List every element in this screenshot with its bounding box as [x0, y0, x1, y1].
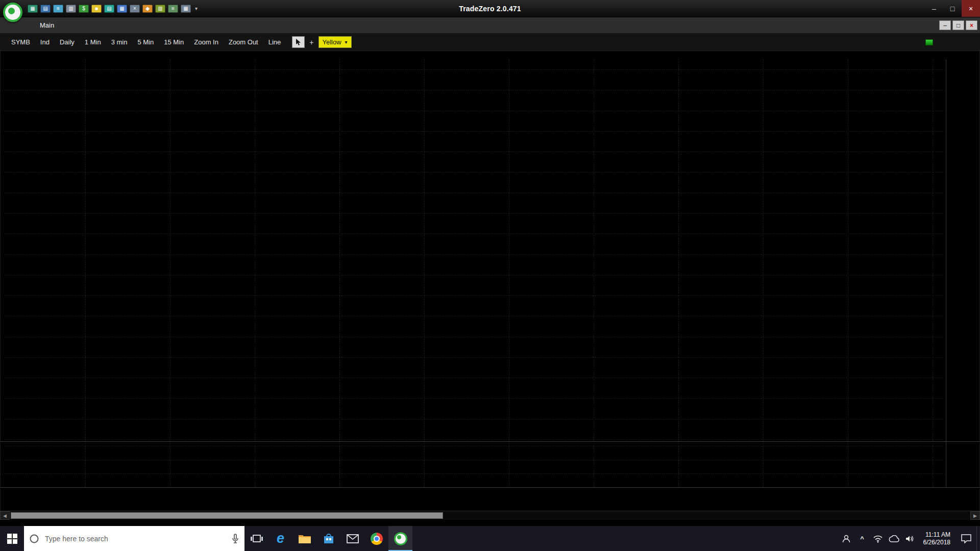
mdi-bar: Main – □ × [0, 17, 980, 34]
close-button[interactable]: × [962, 0, 980, 17]
color-selector-dropdown[interactable]: Yellow ▾ [318, 36, 352, 48]
taskbar-app-file-explorer[interactable] [292, 526, 316, 551]
toolbar-item-15min[interactable]: 15 Min [159, 38, 189, 46]
mdi-minimize-button[interactable]: – [939, 20, 951, 30]
app-title: TradeZero 2.0.471 [459, 5, 521, 13]
edge-icon: e [277, 532, 284, 545]
task-view-button[interactable] [244, 526, 268, 551]
titlebar-icon-chart[interactable]: ▤ [40, 5, 51, 13]
toolbar-item-zoom-out[interactable]: Zoom Out [224, 38, 263, 46]
taskbar-app-tradezero[interactable] [388, 526, 412, 551]
toolbar-item-daily[interactable]: Daily [55, 38, 80, 46]
speaker-icon [905, 535, 914, 543]
color-selector-label: Yellow [323, 38, 341, 46]
titlebar-icon-news[interactable]: ■ [91, 5, 102, 13]
tradezero-logo [3, 3, 22, 22]
clock-date: 6/26/2018 [923, 539, 950, 546]
chart-status-marker [925, 39, 933, 45]
mdi-close-button[interactable]: × [966, 20, 977, 30]
system-tray: ^ 11:11 AM 6/26/2018 [839, 526, 980, 551]
desktop-screen: ▦▤≡▥$■▤▦×◆▥≡▦ ▾ TradeZero 2.0.471 – □ × … [0, 0, 980, 551]
cortana-icon [29, 534, 39, 544]
hidden-icons-chevron[interactable]: ^ [854, 526, 870, 551]
wifi-icon [873, 535, 883, 543]
show-desktop-button[interactable] [976, 526, 980, 551]
tradezero-taskbar-icon [394, 532, 407, 545]
toolbar-item-1min[interactable]: 1 Min [80, 38, 106, 46]
action-center-button[interactable] [956, 526, 976, 551]
chevron-down-icon: ▾ [345, 39, 348, 45]
onedrive-button[interactable] [886, 526, 902, 551]
network-button[interactable] [870, 526, 886, 551]
cursor-tool-button[interactable] [292, 36, 305, 48]
store-icon [323, 533, 335, 545]
mdi-tab-main[interactable]: Main [40, 21, 54, 29]
microphone-icon[interactable] [231, 534, 239, 544]
task-view-icon [251, 534, 263, 544]
taskbar-clock[interactable]: 11:11 AM 6/26/2018 [918, 526, 956, 551]
mdi-restore-button[interactable]: □ [952, 20, 964, 30]
people-button[interactable] [839, 526, 854, 551]
cursor-icon [296, 39, 302, 46]
chart-horizontal-scrollbar: ◀ ▶ [0, 511, 980, 520]
mdi-window-controls: – □ × [939, 20, 977, 30]
minimize-button[interactable]: – [925, 0, 943, 17]
clock-time: 11:11 AM [925, 531, 950, 539]
chart-toolbar: SYMB Ind Daily 1 Min 3 min 5 Min 15 Min … [0, 34, 980, 51]
windows-logo-icon [7, 534, 17, 544]
scrollbar-thumb[interactable] [11, 512, 443, 519]
add-study-button[interactable]: + [305, 38, 318, 46]
taskbar-app-edge[interactable]: e [268, 526, 292, 551]
taskbar-search-box[interactable] [24, 526, 244, 551]
toolbar-item-ind[interactable]: Ind [35, 38, 55, 46]
titlebar-overflow-chevron[interactable]: ▾ [195, 6, 198, 11]
windows-taskbar: e [0, 526, 980, 551]
titlebar-icon-positions[interactable]: ▥ [155, 5, 165, 13]
volume-button[interactable] [902, 526, 918, 551]
titlebar-icon-connection[interactable]: ▦ [28, 5, 38, 13]
candlestick-chart-canvas[interactable] [1, 51, 979, 511]
taskbar-app-store[interactable] [316, 526, 340, 551]
titlebar-icon-scanner[interactable]: × [130, 5, 140, 13]
titlebar-icon-time-sales[interactable]: ▤ [104, 5, 114, 13]
window-controls: – □ × [925, 0, 980, 17]
toolbar-item-3min[interactable]: 3 min [106, 38, 133, 46]
toolbar-item-line[interactable]: Line [263, 38, 286, 46]
app-title-bar: ▦▤≡▥$■▤▦×◆▥≡▦ ▾ TradeZero 2.0.471 – □ × [0, 0, 980, 17]
titlebar-icon-options[interactable]: ◆ [142, 5, 153, 13]
file-explorer-icon [298, 533, 311, 544]
mail-icon [347, 534, 359, 543]
app-window-bottom-edge [0, 520, 980, 526]
action-center-icon [961, 534, 971, 543]
cloud-icon [888, 535, 899, 542]
titlebar-icon-settings[interactable]: ▦ [181, 5, 191, 13]
titlebar-icon-level2[interactable]: ≡ [53, 5, 63, 13]
search-input[interactable] [44, 534, 227, 543]
titlebar-app-icons: ▦▤≡▥$■▤▦×◆▥≡▦ [28, 5, 191, 13]
start-button[interactable] [0, 526, 24, 551]
scroll-left-arrow[interactable]: ◀ [0, 511, 10, 520]
titlebar-icon-account[interactable]: $ [79, 5, 89, 13]
titlebar-icon-watchlist[interactable]: ▥ [66, 5, 76, 13]
scrollbar-track[interactable] [10, 511, 970, 520]
maximize-button[interactable]: □ [943, 0, 962, 17]
toolbar-item-zoom-in[interactable]: Zoom In [189, 38, 224, 46]
toolbar-item-5min[interactable]: 5 Min [132, 38, 159, 46]
toolbar-item-symb[interactable]: SYMB [6, 38, 35, 46]
scroll-right-arrow[interactable]: ▶ [970, 511, 980, 520]
titlebar-icon-history[interactable]: ≡ [168, 5, 178, 13]
chart-panel [0, 51, 980, 511]
taskbar-app-mail[interactable] [340, 526, 364, 551]
chrome-icon [371, 533, 383, 545]
people-icon [842, 534, 851, 543]
taskbar-app-chrome[interactable] [364, 526, 388, 551]
titlebar-icon-orders[interactable]: ▦ [117, 5, 127, 13]
